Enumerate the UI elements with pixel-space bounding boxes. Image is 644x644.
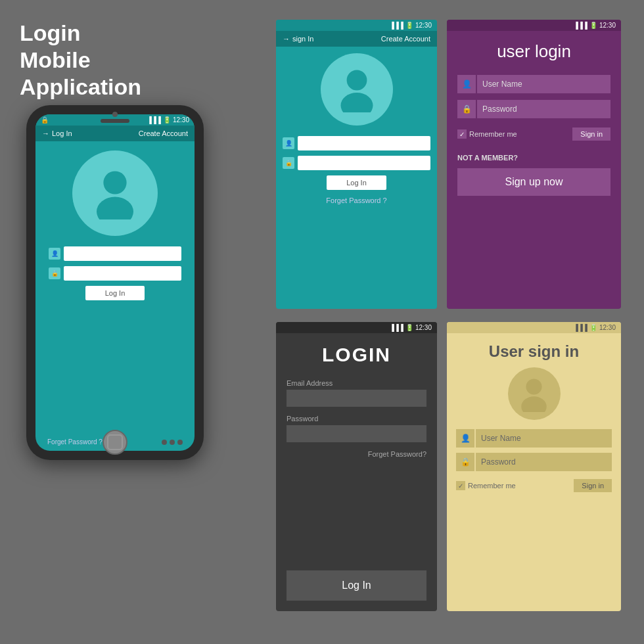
signin-arrow-icon: → (283, 35, 290, 43)
person-silhouette-icon (516, 376, 552, 412)
svg-point-0 (103, 171, 126, 194)
teal-content: 👤 🔒 Log In Forget Password ? (276, 47, 437, 309)
phone-camera (112, 112, 118, 117)
dark-content: LOGIN Email Address Password Forget Pass… (276, 333, 437, 611)
yellow-username-row: 👤 User Name (456, 429, 612, 448)
panel-purple: ▐▐▐ 🔋 12:30 user login 👤 User Name 🔒 Pas… (447, 20, 621, 309)
panel-yellow: ▐▐▐ 🔋 12:30 User sign in 👤 User Name 🔒 P… (447, 322, 621, 611)
yellow-username-field[interactable]: User Name (476, 429, 612, 448)
purple-remember-row: ✓ Remember me Sign in (457, 127, 610, 141)
dot-3 (177, 440, 183, 445)
phone-nav-bar: → Log In Create Account (35, 126, 195, 141)
yellow-password-row: 🔒 Password (456, 453, 612, 471)
page-title: Login Mobile Application (20, 20, 151, 100)
purple-password-field[interactable]: Password (477, 100, 610, 118)
home-button-inner (107, 434, 123, 450)
user-icon: 👤 (49, 248, 60, 260)
svg-point-3 (340, 93, 373, 112)
teal-avatar (321, 53, 393, 126)
forget-password-text: Forget Password ? (47, 438, 103, 446)
avatar (72, 150, 158, 236)
yellow-signin-button[interactable]: Sign in (574, 479, 612, 492)
teal-forget-pwd: Forget Password ? (283, 196, 430, 204)
login-button[interactable]: Log In (85, 286, 145, 300)
teal-username-input[interactable] (298, 136, 430, 150)
purple-username-row: 👤 User Name (457, 75, 610, 93)
dot-1 (162, 440, 167, 445)
yellow-remember-row: ✓ Remember me Sign in (456, 479, 612, 492)
dark-email-label: Email Address (287, 379, 426, 387)
purple-status-bar: ▐▐▐ 🔋 12:30 (447, 20, 621, 31)
purple-password-row: 🔒 Password (457, 100, 610, 118)
yellow-user-icon: 👤 (456, 429, 474, 448)
svg-point-5 (521, 396, 547, 412)
yellow-checkbox[interactable]: ✓ (456, 481, 465, 490)
phone-mockup: 🔒 ▐▐▐ 🔋 12:30 → Log In Create Account (26, 105, 204, 460)
lock-field-icon: 🔒 (49, 267, 60, 279)
dark-email-input[interactable] (287, 390, 426, 407)
teal-user-icon: 👤 (283, 137, 294, 149)
panel-dark: ▐▐▐ 🔋 12:30 LOGIN Email Address Password… (276, 322, 437, 611)
yellow-password-field[interactable]: Password (476, 453, 612, 471)
phone-avatar-area (35, 141, 195, 242)
login-arrow-icon: → (42, 129, 49, 137)
person-silhouette-icon (89, 167, 141, 219)
yellow-avatar (508, 367, 561, 420)
lock-icon: 🔒 (41, 116, 49, 124)
teal-password-row: 🔒 (283, 156, 430, 170)
phone-speaker (101, 119, 129, 123)
purple-content: user login 👤 User Name 🔒 Password ✓ Reme… (447, 31, 621, 309)
svg-point-1 (97, 197, 133, 219)
dot-2 (170, 440, 175, 445)
svg-point-2 (346, 70, 367, 91)
home-button[interactable] (103, 430, 127, 455)
teal-login-button[interactable]: Log In (327, 175, 386, 190)
password-row: 🔒 (49, 266, 181, 281)
panel-teal: ▐▐▐ 🔋 12:30 → sign In Create Account 👤 🔒 (276, 20, 437, 309)
teal-status-bar: ▐▐▐ 🔋 12:30 (276, 20, 437, 31)
dark-password-label: Password (287, 415, 426, 423)
dark-status-bar: ▐▐▐ 🔋 12:30 (276, 322, 437, 333)
not-member-text: NOT A MEMBER? (457, 154, 610, 162)
teal-nav-bar: → sign In Create Account (276, 31, 437, 47)
status-icons: ▐▐▐ 🔋 12:30 (147, 116, 189, 124)
teal-username-row: 👤 (283, 136, 430, 150)
purple-signin-button[interactable]: Sign in (572, 127, 610, 141)
phone-screen: 🔒 ▐▐▐ 🔋 12:30 → Log In Create Account (35, 114, 195, 451)
teal-lock-icon: 🔒 (283, 157, 294, 169)
password-input[interactable] (64, 266, 181, 281)
yellow-lock-icon: 🔒 (456, 453, 474, 471)
username-input[interactable] (64, 246, 181, 261)
dark-login-button[interactable]: Log In (287, 570, 426, 601)
purple-lock-icon: 🔒 (457, 100, 476, 118)
purple-checkbox[interactable]: ✓ (457, 129, 467, 139)
username-row: 👤 (49, 246, 181, 261)
phone-form: 👤 🔒 Log In (35, 242, 195, 310)
purple-username-field[interactable]: User Name (477, 75, 610, 93)
yellow-status-bar: ▐▐▐ 🔋 12:30 (447, 322, 621, 333)
yellow-content: User sign in 👤 User Name 🔒 Password ✓ Re… (447, 333, 621, 611)
sign-up-button[interactable]: Sign up now (457, 168, 610, 196)
title-area: Login Mobile Application (20, 20, 151, 100)
purple-user-icon: 👤 (457, 75, 476, 93)
svg-point-4 (526, 379, 541, 394)
dark-forget-pwd: Forget Password? (287, 450, 426, 458)
person-silhouette-icon (334, 66, 380, 112)
teal-password-input[interactable] (298, 156, 430, 170)
dark-password-input[interactable] (287, 425, 426, 442)
pagination-dots (162, 440, 183, 445)
